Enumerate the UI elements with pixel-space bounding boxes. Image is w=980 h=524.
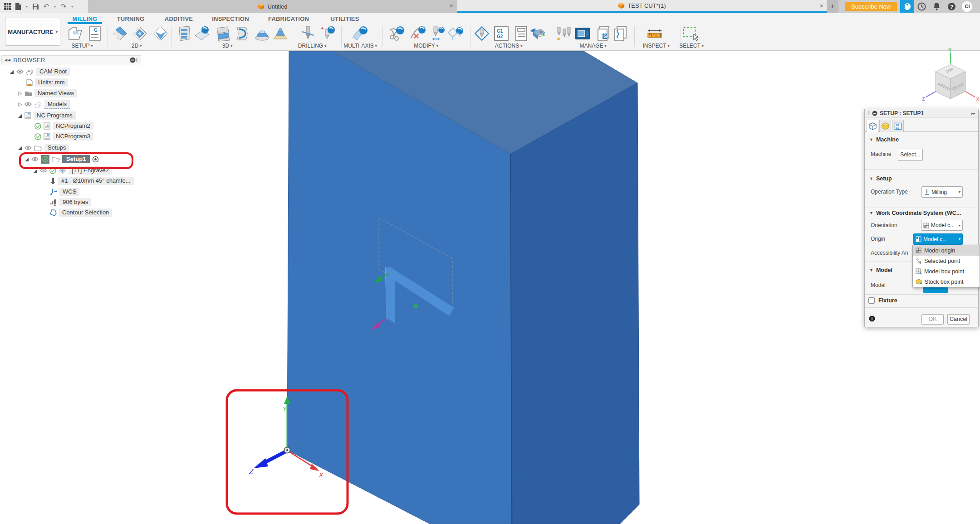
operation-type-label: Operation Type bbox=[871, 189, 908, 195]
dialog-expand-icon[interactable]: ▸▸ bbox=[971, 111, 975, 116]
triad-y-label: Y bbox=[283, 406, 287, 412]
section-header-machine[interactable]: ▼Machine bbox=[869, 136, 899, 143]
model-canvas[interactable]: Y Z X bbox=[0, 0, 980, 524]
svg-text:G: G bbox=[47, 123, 49, 126]
models-icon bbox=[34, 101, 42, 108]
model-orientation-icon bbox=[923, 223, 929, 228]
model-selection-button[interactable] bbox=[923, 287, 948, 293]
units-doc-icon bbox=[26, 79, 33, 86]
origin-label: Origin bbox=[871, 236, 885, 242]
viewcube-x-label: X bbox=[976, 97, 980, 102]
tree-label: NCProgram3 bbox=[53, 132, 93, 141]
tree-label: 906 bytes bbox=[59, 198, 91, 206]
fixture-label: Fixture bbox=[878, 297, 897, 304]
eye-icon[interactable] bbox=[24, 146, 32, 150]
folder-icon bbox=[24, 91, 32, 97]
dialog-grip-icon: ‖ bbox=[867, 110, 870, 116]
folder-open-icon bbox=[34, 145, 42, 151]
stock-box-point-icon bbox=[916, 279, 922, 285]
tree-row-bytes[interactable]: 906 bytes bbox=[50, 198, 91, 207]
fixture-checkbox[interactable] bbox=[868, 297, 875, 304]
menu-item-model-box-point[interactable]: Model box point bbox=[913, 266, 980, 277]
model-box-point-icon bbox=[916, 268, 921, 274]
model-origin-icon bbox=[916, 247, 921, 253]
cancel-button[interactable]: Cancel bbox=[947, 314, 970, 325]
triad-z-label: Z bbox=[249, 468, 254, 475]
svg-text:G2: G2 bbox=[896, 126, 899, 129]
svg-text:G: G bbox=[28, 113, 30, 116]
browser-hide-icon[interactable] bbox=[130, 57, 136, 63]
operation-type-dropdown[interactable]: Milling ▾ bbox=[921, 186, 963, 198]
tree-row-setups[interactable]: Setups bbox=[17, 143, 69, 152]
origin-dropdown[interactable]: Model c... ▾ bbox=[913, 233, 963, 245]
viewcube-z-label: Z bbox=[922, 96, 925, 102]
tree-row-ncprogram3[interactable]: G NCProgram3 bbox=[34, 132, 93, 141]
dialog-title: SETUP : SETUP1 bbox=[880, 110, 969, 116]
expand-icon[interactable] bbox=[9, 69, 14, 74]
tree-label: WCS bbox=[59, 188, 79, 196]
tree-label: Setups bbox=[44, 144, 69, 152]
gcode-doc-icon: G bbox=[44, 133, 50, 140]
eye-icon[interactable] bbox=[16, 69, 24, 74]
engrave-glyph bbox=[386, 267, 395, 323]
section-header-wcs[interactable]: ▼Work Coordinate System (WC... bbox=[869, 210, 974, 216]
info-icon[interactable] bbox=[869, 315, 875, 322]
tree-row-units[interactable]: Units: mm bbox=[26, 78, 68, 87]
tree-row-models[interactable]: Models bbox=[17, 100, 70, 109]
ok-button[interactable]: OK bbox=[921, 314, 944, 325]
machine-select-button[interactable]: Select... bbox=[898, 149, 923, 161]
tree-row-nc-programs[interactable]: G NC Programs bbox=[17, 111, 76, 120]
tree-label: Models bbox=[44, 100, 70, 109]
collapse-icon[interactable] bbox=[17, 91, 22, 96]
tree-label: Named Views bbox=[34, 89, 77, 97]
tool-icon bbox=[50, 177, 56, 185]
triad-x-label: X bbox=[318, 471, 323, 479]
tree-label: NC Programs bbox=[34, 112, 76, 120]
menu-item-stock-box-point[interactable]: Stock box point bbox=[913, 277, 980, 287]
tree-row-ncprogram2[interactable]: G NCProgram2 bbox=[34, 121, 93, 131]
origin-dropdown-menu: Model origin Selected point Model box po… bbox=[912, 245, 980, 287]
contour-icon bbox=[50, 209, 57, 216]
setup-dialog-header[interactable]: ‖ SETUP : SETUP1 ▸▸ bbox=[865, 109, 978, 118]
browser-grip-icon[interactable]: ‖ bbox=[136, 58, 138, 63]
model-origin-icon bbox=[916, 236, 921, 242]
model-label: Model bbox=[871, 282, 886, 288]
data-size-icon bbox=[50, 199, 57, 206]
stock-box[interactable] bbox=[287, 51, 639, 524]
setup-dialog-tabs: G1G2 bbox=[865, 118, 978, 132]
browser-collapse-icon[interactable]: ◀◀ bbox=[5, 58, 10, 62]
svg-text:G: G bbox=[47, 134, 49, 136]
tree-label: NCProgram2 bbox=[53, 122, 93, 130]
browser-panel: ◀◀ BROWSER ‖ bbox=[1, 55, 141, 64]
setup-tab-stock[interactable] bbox=[879, 120, 891, 132]
gcode-doc-icon: G bbox=[44, 122, 50, 130]
tree-row-contour-selection[interactable]: Contour Selection bbox=[50, 208, 112, 217]
collapse-icon[interactable] bbox=[17, 102, 22, 107]
valid-check-icon bbox=[34, 123, 41, 130]
browser-title: BROWSER bbox=[13, 57, 130, 63]
dialog-hide-icon[interactable] bbox=[872, 111, 877, 116]
tree-row-tool[interactable]: #1 - Ø10mm 45° chamfe... bbox=[50, 176, 134, 185]
menu-item-selected-point[interactable]: Selected point bbox=[913, 256, 980, 266]
orientation-dropdown[interactable]: Model c... ▾ bbox=[921, 220, 963, 231]
valid-check-icon bbox=[34, 133, 41, 140]
wcs-axes-icon bbox=[50, 189, 57, 195]
menu-item-model-origin[interactable]: Model origin bbox=[913, 245, 980, 256]
expand-icon[interactable] bbox=[17, 113, 22, 118]
tree-row-cam-root[interactable]: CAM Root bbox=[9, 67, 70, 76]
setup-tab-post-process[interactable]: G1G2 bbox=[892, 120, 904, 132]
gcode-doc-icon: G bbox=[24, 112, 31, 119]
section-header-model[interactable]: ▼Model bbox=[869, 267, 892, 273]
setup-tab-setup[interactable] bbox=[867, 120, 878, 132]
viewcube[interactable]: Y TOP FRONT RIGHT Z X bbox=[921, 45, 980, 107]
tree-row-wcs[interactable]: WCS bbox=[50, 187, 79, 196]
sketch-point bbox=[413, 304, 418, 309]
fusion-manufacture-window: Y Z X Y TOP FRONT RIGHT Z X bbox=[0, 0, 980, 524]
expand-icon[interactable] bbox=[17, 146, 22, 150]
tree-label: CAM Root bbox=[36, 68, 70, 76]
section-header-setup[interactable]: ▼Setup bbox=[869, 175, 892, 182]
tree-row-named-views[interactable]: Named Views bbox=[17, 89, 77, 98]
tree-label: Units: mm bbox=[35, 78, 68, 87]
setup-dialog: ‖ SETUP : SETUP1 ▸▸ G1G2 ▼Machine Machin… bbox=[864, 109, 979, 327]
eye-icon[interactable] bbox=[24, 102, 32, 107]
